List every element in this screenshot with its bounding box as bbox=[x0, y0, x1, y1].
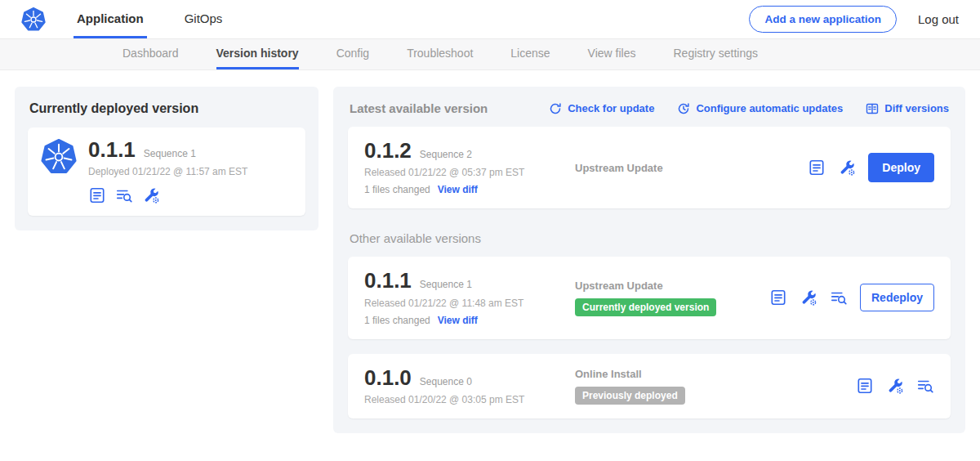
edit-config-icon[interactable] bbox=[142, 186, 160, 204]
other-versions-title: Other available versions bbox=[350, 231, 949, 245]
deployed-version-card: 0.1.1 Sequence 1 Deployed 01/21/22 @ 11:… bbox=[28, 128, 305, 216]
refresh-icon bbox=[549, 102, 562, 115]
source-label: Upstream Update bbox=[575, 280, 769, 292]
version-sequence: Sequence 0 bbox=[420, 376, 472, 387]
version-number: 0.1.2 bbox=[364, 140, 412, 162]
subnav-item-dashboard[interactable]: Dashboard bbox=[122, 39, 179, 69]
add-application-button[interactable]: Add a new application bbox=[749, 6, 897, 33]
check-for-update-link[interactable]: Check for update bbox=[549, 102, 654, 115]
subnav-label: View files bbox=[588, 47, 636, 60]
view-diff-link[interactable]: View diff bbox=[438, 315, 478, 326]
available-panel-actions: Check for update Configure automatic upd… bbox=[549, 102, 949, 115]
deployed-date: Deployed 01/21/22 @ 11:57 am EST bbox=[88, 166, 247, 177]
currently-deployed-badge: Currently deployed version bbox=[575, 298, 716, 316]
deployed-version-info: 0.1.1 Sequence 1 Deployed 01/21/22 @ 11:… bbox=[88, 139, 247, 204]
source-label: Online Install bbox=[575, 368, 856, 380]
configure-automatic-updates-label: Configure automatic updates bbox=[696, 102, 843, 114]
version-released-date: Released 01/21/22 @ 05:37 pm EST bbox=[364, 167, 575, 178]
version-number: 0.1.0 bbox=[364, 367, 412, 389]
tab-application[interactable]: Application bbox=[74, 0, 147, 38]
deployed-sequence: Sequence 1 bbox=[144, 148, 196, 159]
subnav-item-registry-settings[interactable]: Registry settings bbox=[673, 39, 757, 69]
version-actions: Redeploy bbox=[769, 284, 934, 311]
files-changed-label: 1 files changed bbox=[364, 184, 430, 195]
deploy-button[interactable]: Deploy bbox=[868, 153, 934, 182]
version-source: Upstream Update bbox=[575, 162, 808, 174]
available-panel-head: Latest available version Check for updat… bbox=[350, 101, 949, 115]
subnav-label: Dashboard bbox=[122, 47, 179, 60]
main-content: Currently deployed version 0.1.1 Sequenc… bbox=[0, 70, 980, 450]
kubernetes-logo-icon bbox=[21, 7, 46, 32]
subnav-label: License bbox=[510, 47, 550, 60]
version-released-date: Released 01/20/22 @ 03:05 pm EST bbox=[364, 394, 575, 405]
version-actions: Deploy bbox=[808, 153, 934, 182]
version-info: 0.1.0 Sequence 0 Released 01/20/22 @ 03:… bbox=[364, 367, 575, 405]
schedule-icon bbox=[677, 102, 690, 115]
edit-config-icon[interactable] bbox=[800, 289, 817, 307]
files-changed-label: 1 files changed bbox=[364, 315, 430, 326]
version-source: Online Install Previously deployed bbox=[575, 368, 856, 405]
version-row: 0.1.0 Sequence 0 Released 01/20/22 @ 03:… bbox=[348, 354, 951, 418]
currently-deployed-panel: Currently deployed version 0.1.1 Sequenc… bbox=[15, 87, 318, 230]
subnav-label: Version history bbox=[216, 47, 299, 60]
release-notes-icon[interactable] bbox=[808, 159, 826, 177]
edit-config-icon[interactable] bbox=[886, 377, 904, 395]
configure-automatic-updates-link[interactable]: Configure automatic updates bbox=[677, 102, 843, 115]
check-for-update-label: Check for update bbox=[568, 102, 654, 114]
subnav-item-config[interactable]: Config bbox=[336, 39, 369, 69]
available-versions-panel: Latest available version Check for updat… bbox=[333, 87, 965, 433]
subnav-item-license[interactable]: License bbox=[510, 39, 550, 69]
version-actions bbox=[856, 377, 934, 395]
preview-files-icon[interactable] bbox=[916, 377, 934, 395]
kubernetes-logo-icon bbox=[41, 139, 77, 204]
redeploy-button[interactable]: Redeploy bbox=[860, 284, 934, 311]
deployed-panel-title: Currently deployed version bbox=[29, 101, 304, 116]
tab-application-label: Application bbox=[77, 11, 144, 25]
logout-button[interactable]: Log out bbox=[918, 12, 959, 26]
available-panel-title: Latest available version bbox=[350, 101, 488, 115]
diff-versions-label: Diff versions bbox=[884, 102, 949, 114]
tab-gitops[interactable]: GitOps bbox=[181, 0, 226, 38]
subnav-label: Registry settings bbox=[673, 47, 757, 60]
version-sequence: Sequence 2 bbox=[420, 149, 472, 160]
version-info: 0.1.2 Sequence 2 Released 01/21/22 @ 05:… bbox=[364, 140, 575, 195]
subnav-label: Troubleshoot bbox=[407, 47, 473, 60]
subnav-item-view-files[interactable]: View files bbox=[588, 39, 636, 69]
top-header: Application GitOps Add a new application… bbox=[0, 0, 980, 39]
release-notes-icon[interactable] bbox=[88, 186, 106, 204]
diff-versions-link[interactable]: Diff versions bbox=[866, 102, 949, 115]
version-source: Upstream Update Currently deployed versi… bbox=[575, 280, 769, 316]
app-logo bbox=[21, 0, 46, 38]
deployed-version-number: 0.1.1 bbox=[88, 139, 136, 161]
version-sequence: Sequence 1 bbox=[420, 279, 472, 290]
deployed-actions bbox=[88, 186, 247, 204]
diff-icon bbox=[866, 102, 879, 115]
subnav-item-version-history[interactable]: Version history bbox=[216, 39, 299, 69]
version-number: 0.1.1 bbox=[364, 270, 412, 292]
version-row: 0.1.2 Sequence 2 Released 01/21/22 @ 05:… bbox=[348, 127, 951, 208]
version-released-date: Released 01/21/22 @ 11:48 am EST bbox=[364, 298, 575, 309]
version-row: 0.1.1 Sequence 1 Released 01/21/22 @ 11:… bbox=[348, 257, 951, 338]
source-label: Upstream Update bbox=[575, 162, 808, 174]
preview-files-icon[interactable] bbox=[115, 186, 133, 204]
view-diff-link[interactable]: View diff bbox=[438, 184, 478, 195]
tab-gitops-label: GitOps bbox=[185, 11, 223, 25]
header-actions: Add a new application Log out bbox=[749, 0, 959, 38]
release-notes-icon[interactable] bbox=[856, 377, 874, 395]
version-info: 0.1.1 Sequence 1 Released 01/21/22 @ 11:… bbox=[364, 270, 575, 325]
edit-config-icon[interactable] bbox=[838, 159, 856, 177]
app-subnav: Dashboard Version history Config Trouble… bbox=[0, 39, 980, 70]
release-notes-icon[interactable] bbox=[769, 289, 787, 307]
subnav-label: Config bbox=[336, 47, 369, 60]
previously-deployed-badge: Previously deployed bbox=[575, 387, 685, 405]
preview-files-icon[interactable] bbox=[830, 289, 848, 307]
subnav-item-troubleshoot[interactable]: Troubleshoot bbox=[407, 39, 473, 69]
